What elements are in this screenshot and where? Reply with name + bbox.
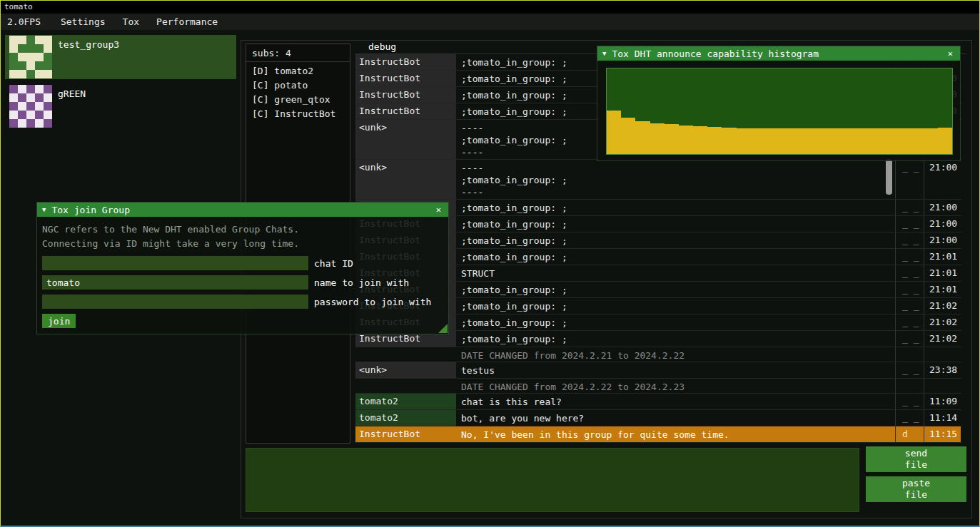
app-window: tomato 2.0FPS Settings Tox Performance t… [0, 0, 980, 527]
message-text: ;tomato_in_group: ; [456, 249, 895, 265]
sidebar-group-gREEN[interactable]: gREEN [5, 84, 236, 128]
join-window-titlebar: ▼ Tox join Group ✕ [37, 203, 448, 217]
message-sender: InstructBot [355, 103, 456, 119]
message-status-flags: _ _ [895, 314, 924, 330]
members-list: [D] tomato2[C] potato[C] green_qtox[C] I… [246, 62, 350, 121]
histogram-bar [837, 128, 852, 154]
fps-counter: 2.0FPS [1, 16, 52, 27]
message-time: 21:00 [924, 160, 961, 199]
menu-tox[interactable]: Tox [114, 16, 148, 27]
close-icon[interactable]: ✕ [946, 48, 955, 58]
member-item[interactable]: [D] tomato2 [246, 64, 350, 78]
message-text: No, I've been in this group for quite so… [456, 426, 895, 442]
join-button[interactable]: join [42, 314, 76, 328]
histogram-bar [665, 124, 679, 154]
members-panel-title: subs: 4 [246, 44, 350, 62]
member-item[interactable]: [C] potato [246, 78, 350, 93]
sidebar-group-test_group3[interactable]: test_group3 [5, 35, 236, 79]
join-window-body: NGC refers to the New DHT enabled Group … [37, 217, 448, 334]
message-time: 21:02 [924, 298, 961, 314]
join-password-label: password to join with [314, 297, 431, 307]
message-sender [355, 347, 456, 362]
histogram-bar [779, 128, 794, 154]
chat-id-input[interactable] [42, 256, 308, 270]
tab-debug[interactable]: debug [355, 40, 406, 52]
histogram-bar [693, 126, 707, 154]
message-row[interactable]: <unk>testus_ _23:38 [355, 362, 961, 379]
message-sender: tomato2 [355, 394, 456, 409]
histogram-bar [722, 128, 736, 154]
histogram-bar [852, 128, 866, 154]
message-status-flags: _ _ [895, 394, 924, 409]
histogram-bar [621, 118, 635, 154]
join-name-input[interactable] [42, 275, 308, 290]
message-row[interactable]: InstructBotNo, I've been in this group f… [355, 426, 961, 443]
group-name: gREEN [58, 88, 86, 99]
message-text: testus [456, 362, 895, 378]
message-time: 11:15 [924, 426, 961, 442]
paste-file-button[interactable]: paste file [866, 476, 966, 502]
message-status-flags: _ _ [895, 282, 924, 297]
message-status-flags: _ _ [895, 265, 924, 281]
histogram-bar [866, 128, 880, 154]
close-icon[interactable]: ✕ [434, 205, 443, 215]
message-input[interactable] [246, 448, 859, 512]
dht-histogram-window: ▼ Tox DHT announce capability histogram … [597, 46, 961, 161]
dht-histogram-plot [606, 68, 953, 155]
member-item[interactable]: [C] green_qtox [246, 93, 350, 107]
histogram-bar [737, 128, 751, 154]
chat-id-label: chat ID [314, 258, 353, 269]
join-help-line1: NGC refers to the New DHT enabled Group … [42, 222, 443, 237]
message-status-flags: _ _ [895, 249, 924, 265]
resize-grip[interactable] [438, 324, 448, 333]
message-status-flags: _ _ [895, 362, 924, 378]
message-time [924, 379, 961, 393]
join-group-window: ▼ Tox join Group ✕ NGC refers to the New… [36, 202, 449, 334]
histogram-bar [924, 128, 938, 154]
message-time: 11:14 [924, 410, 961, 426]
message-time: 21:02 [924, 314, 961, 330]
histogram-bar [794, 128, 808, 154]
message-time: 11:09 [924, 394, 961, 409]
message-time: 21:00 [924, 200, 961, 215]
message-sender: <unk> [355, 362, 456, 378]
collapse-arrow-icon[interactable]: ▼ [42, 206, 46, 213]
message-text: ;tomato_in_group: ; [456, 282, 895, 297]
message-row[interactable]: tomato2bot, are you new here?_ _11:14 [355, 410, 961, 426]
menu-performance[interactable]: Performance [148, 16, 226, 27]
histogram-bar [938, 128, 952, 154]
message-sender: tomato2 [355, 410, 456, 426]
histogram-bar [707, 127, 722, 154]
histogram-bar [823, 128, 837, 154]
date-divider-row[interactable]: DATE CHANGED from 2024.2.21 to 2024.2.22 [355, 347, 961, 362]
message-status-flags: _ _ [895, 410, 924, 426]
window-titlebar: tomato [1, 1, 979, 14]
message-sender: <unk> [355, 120, 456, 159]
collapse-arrow-icon[interactable]: ▼ [602, 50, 606, 57]
send-file-button[interactable]: send file [866, 446, 966, 472]
message-text: chat is this real? [456, 394, 895, 409]
message-text: bot, are you new here? [456, 410, 895, 426]
message-row[interactable]: <unk>---- ;tomato_in_group: ; ----_ _21:… [355, 160, 961, 200]
join-password-input[interactable] [42, 295, 308, 309]
window-title: tomato [4, 2, 33, 11]
message-time: 21:00 [924, 216, 961, 232]
message-row[interactable]: tomato2chat is this real?_ _11:09 [355, 394, 961, 410]
message-sender [355, 379, 456, 393]
message-sender: InstructBot [355, 426, 456, 442]
message-time: 23:38 [924, 362, 961, 378]
histogram-bar [679, 126, 693, 154]
messages-scrollbar-thumb[interactable] [886, 159, 892, 195]
message-text: ;tomato_in_group: ; [456, 298, 895, 314]
message-sender: InstructBot [355, 71, 456, 86]
date-divider-row[interactable]: DATE CHANGED from 2024.2.22 to 2024.2.23 [355, 379, 961, 394]
message-status-flags: _ _ [895, 298, 924, 314]
group-avatar [9, 36, 52, 78]
message-text: STRUCT [456, 265, 895, 281]
member-item[interactable]: [C] InstructBot [246, 107, 350, 121]
group-name: test_group3 [58, 39, 119, 50]
menu-settings[interactable]: Settings [52, 16, 114, 27]
histogram-bar [880, 128, 894, 154]
histogram-bar [607, 111, 621, 154]
message-status-flags: _ _ [895, 331, 924, 347]
